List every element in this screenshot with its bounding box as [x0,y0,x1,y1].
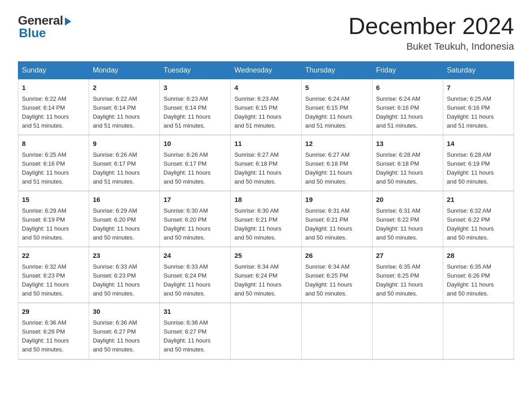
day-info: Sunrise: 6:33 AMSunset: 6:24 PMDaylight:… [163,262,227,299]
calendar-cell [301,303,372,359]
day-number: 4 [234,83,297,93]
calendar-cell: 6Sunrise: 6:24 AMSunset: 6:16 PMDaylight… [372,79,443,135]
day-number: 30 [93,307,156,317]
day-info: Sunrise: 6:32 AMSunset: 6:22 PMDaylight:… [447,206,510,243]
logo-arrow-icon [65,17,71,26]
day-info: Sunrise: 6:29 AMSunset: 6:19 PMDaylight:… [22,206,85,243]
day-info: Sunrise: 6:22 AMSunset: 6:14 PMDaylight:… [22,94,85,131]
calendar-cell [372,303,443,359]
calendar-cell: 29Sunrise: 6:36 AMSunset: 6:26 PMDayligh… [18,303,89,359]
day-info: Sunrise: 6:33 AMSunset: 6:23 PMDaylight:… [93,262,156,299]
calendar-cell: 16Sunrise: 6:29 AMSunset: 6:20 PMDayligh… [89,191,160,247]
day-info: Sunrise: 6:32 AMSunset: 6:23 PMDaylight:… [22,262,85,299]
calendar-cell: 27Sunrise: 6:35 AMSunset: 6:25 PMDayligh… [372,247,443,303]
day-number: 19 [305,195,369,205]
calendar-cell: 21Sunrise: 6:32 AMSunset: 6:22 PMDayligh… [443,191,514,247]
day-number: 2 [93,83,156,93]
month-title: December 2024 [348,13,514,39]
day-number: 29 [22,307,85,317]
day-info: Sunrise: 6:25 AMSunset: 6:16 PMDaylight:… [22,150,85,187]
calendar-cell: 24Sunrise: 6:33 AMSunset: 6:24 PMDayligh… [160,247,231,303]
day-number: 26 [305,251,369,261]
header-sunday: Sunday [18,62,89,79]
day-info: Sunrise: 6:26 AMSunset: 6:17 PMDaylight:… [93,150,156,187]
calendar-cell: 30Sunrise: 6:36 AMSunset: 6:27 PMDayligh… [89,303,160,359]
header-thursday: Thursday [301,62,372,79]
calendar-cell: 23Sunrise: 6:33 AMSunset: 6:23 PMDayligh… [89,247,160,303]
day-number: 9 [93,139,156,149]
day-number: 21 [447,195,510,205]
day-number: 23 [93,251,156,261]
day-number: 31 [163,307,227,317]
calendar-cell: 5Sunrise: 6:24 AMSunset: 6:15 PMDaylight… [301,79,372,135]
day-info: Sunrise: 6:23 AMSunset: 6:14 PMDaylight:… [163,94,227,131]
day-number: 15 [22,195,85,205]
calendar-week-row: 8Sunrise: 6:25 AMSunset: 6:16 PMDaylight… [18,135,514,191]
header-saturday: Saturday [443,62,514,79]
header-wednesday: Wednesday [231,62,301,79]
calendar-cell: 7Sunrise: 6:25 AMSunset: 6:16 PMDaylight… [443,79,514,135]
day-number: 14 [447,139,510,149]
calendar-week-row: 1Sunrise: 6:22 AMSunset: 6:14 PMDaylight… [18,79,514,135]
day-info: Sunrise: 6:31 AMSunset: 6:21 PMDaylight:… [305,206,369,243]
day-number: 24 [163,251,227,261]
day-number: 18 [234,195,297,205]
calendar-cell: 1Sunrise: 6:22 AMSunset: 6:14 PMDaylight… [18,79,89,135]
calendar-cell: 11Sunrise: 6:27 AMSunset: 6:18 PMDayligh… [231,135,301,191]
calendar-cell: 13Sunrise: 6:28 AMSunset: 6:18 PMDayligh… [372,135,443,191]
day-number: 5 [305,83,369,93]
calendar-cell: 17Sunrise: 6:30 AMSunset: 6:20 PMDayligh… [160,191,231,247]
day-info: Sunrise: 6:36 AMSunset: 6:26 PMDaylight:… [22,318,85,355]
calendar-cell: 26Sunrise: 6:34 AMSunset: 6:25 PMDayligh… [301,247,372,303]
calendar-cell: 2Sunrise: 6:22 AMSunset: 6:14 PMDaylight… [89,79,160,135]
logo: General Blue [18,13,71,40]
calendar-cell [231,303,301,359]
day-number: 16 [93,195,156,205]
calendar-cell: 31Sunrise: 6:36 AMSunset: 6:27 PMDayligh… [160,303,231,359]
calendar-cell [443,303,514,359]
calendar-cell: 14Sunrise: 6:28 AMSunset: 6:19 PMDayligh… [443,135,514,191]
day-number: 10 [163,139,227,149]
calendar-cell: 15Sunrise: 6:29 AMSunset: 6:19 PMDayligh… [18,191,89,247]
calendar-week-row: 29Sunrise: 6:36 AMSunset: 6:26 PMDayligh… [18,303,514,359]
day-info: Sunrise: 6:24 AMSunset: 6:16 PMDaylight:… [376,94,439,131]
day-number: 17 [163,195,227,205]
day-number: 25 [234,251,297,261]
calendar-cell: 4Sunrise: 6:23 AMSunset: 6:15 PMDaylight… [231,79,301,135]
day-number: 8 [22,139,85,149]
calendar-cell: 28Sunrise: 6:35 AMSunset: 6:26 PMDayligh… [443,247,514,303]
calendar-cell: 18Sunrise: 6:30 AMSunset: 6:21 PMDayligh… [231,191,301,247]
day-number: 6 [376,83,439,93]
calendar-cell: 22Sunrise: 6:32 AMSunset: 6:23 PMDayligh… [18,247,89,303]
day-info: Sunrise: 6:30 AMSunset: 6:21 PMDaylight:… [234,206,297,243]
day-info: Sunrise: 6:28 AMSunset: 6:18 PMDaylight:… [376,150,439,187]
day-info: Sunrise: 6:36 AMSunset: 6:27 PMDaylight:… [93,318,156,355]
title-area: December 2024 Buket Teukuh, Indonesia [348,13,514,52]
day-number: 20 [376,195,439,205]
day-number: 22 [22,251,85,261]
day-info: Sunrise: 6:35 AMSunset: 6:25 PMDaylight:… [376,262,439,299]
calendar-cell: 8Sunrise: 6:25 AMSunset: 6:16 PMDaylight… [18,135,89,191]
calendar-cell: 10Sunrise: 6:26 AMSunset: 6:17 PMDayligh… [160,135,231,191]
day-info: Sunrise: 6:26 AMSunset: 6:17 PMDaylight:… [163,150,227,187]
day-number: 28 [447,251,510,261]
page-header: General Blue December 2024 Buket Teukuh,… [18,13,514,52]
location-title: Buket Teukuh, Indonesia [348,41,514,52]
day-info: Sunrise: 6:23 AMSunset: 6:15 PMDaylight:… [234,94,297,131]
calendar-week-row: 22Sunrise: 6:32 AMSunset: 6:23 PMDayligh… [18,247,514,303]
calendar-cell: 9Sunrise: 6:26 AMSunset: 6:17 PMDaylight… [89,135,160,191]
day-info: Sunrise: 6:30 AMSunset: 6:20 PMDaylight:… [163,206,227,243]
calendar-cell: 12Sunrise: 6:27 AMSunset: 6:18 PMDayligh… [301,135,372,191]
calendar-cell: 19Sunrise: 6:31 AMSunset: 6:21 PMDayligh… [301,191,372,247]
header-monday: Monday [89,62,160,79]
day-info: Sunrise: 6:24 AMSunset: 6:15 PMDaylight:… [305,94,369,131]
calendar-week-row: 15Sunrise: 6:29 AMSunset: 6:19 PMDayligh… [18,191,514,247]
calendar-header-row: SundayMondayTuesdayWednesdayThursdayFrid… [18,62,514,79]
day-info: Sunrise: 6:34 AMSunset: 6:24 PMDaylight:… [234,262,297,299]
day-number: 11 [234,139,297,149]
day-info: Sunrise: 6:31 AMSunset: 6:22 PMDaylight:… [376,206,439,243]
calendar-cell: 3Sunrise: 6:23 AMSunset: 6:14 PMDaylight… [160,79,231,135]
day-info: Sunrise: 6:27 AMSunset: 6:18 PMDaylight:… [234,150,297,187]
day-info: Sunrise: 6:34 AMSunset: 6:25 PMDaylight:… [305,262,369,299]
day-info: Sunrise: 6:36 AMSunset: 6:27 PMDaylight:… [163,318,227,355]
